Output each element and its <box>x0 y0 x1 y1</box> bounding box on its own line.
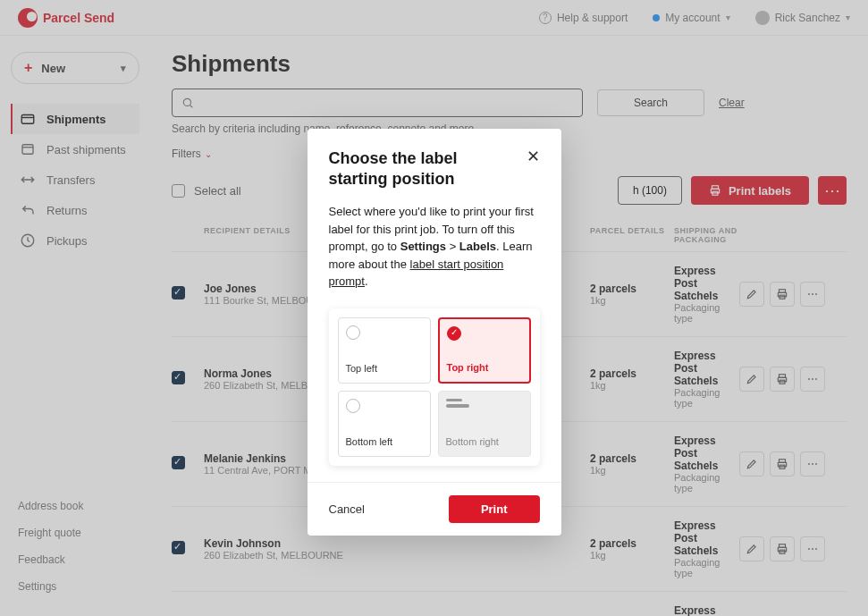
radio-icon <box>346 399 360 413</box>
option-bottom-right[interactable]: Bottom right <box>438 391 531 457</box>
option-top-left[interactable]: Top left <box>338 317 431 384</box>
print-button[interactable]: Print <box>449 495 540 523</box>
option-bottom-left[interactable]: Bottom left <box>338 391 431 457</box>
used-slot-icon <box>446 399 523 408</box>
close-icon[interactable]: ✕ <box>527 148 540 165</box>
modal: Choose the label starting position ✕ Sel… <box>308 129 561 536</box>
position-picker: Top left Top right Bottom left Bottom ri… <box>329 308 540 466</box>
modal-overlay: Choose the label starting position ✕ Sel… <box>0 0 868 616</box>
cancel-button[interactable]: Cancel <box>329 502 365 516</box>
option-top-right[interactable]: Top right <box>438 317 531 384</box>
radio-icon <box>447 326 461 341</box>
radio-icon <box>346 325 360 340</box>
modal-title: Choose the label starting position <box>329 148 518 189</box>
modal-description: Select where you'd like to print your fi… <box>329 203 540 291</box>
